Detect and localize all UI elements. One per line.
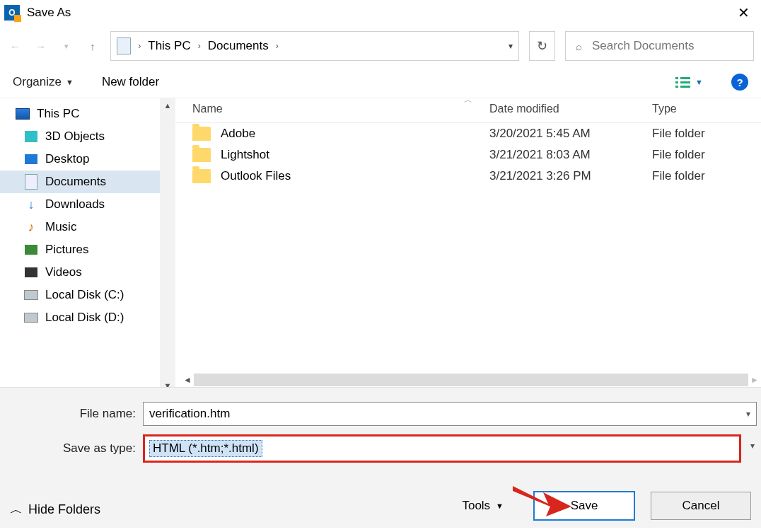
recent-dropdown[interactable]: ▾ xyxy=(59,37,75,55)
footer: File name: verification.htm ▾ Save as ty… xyxy=(0,387,761,528)
tree-3d-objects[interactable]: 3D Objects xyxy=(0,125,175,148)
chevron-right-icon: › xyxy=(138,41,141,51)
folder-icon xyxy=(192,169,211,183)
search-icon: ⌕ xyxy=(576,40,582,52)
search-input[interactable] xyxy=(591,38,743,54)
tree-this-pc[interactable]: This PC xyxy=(0,103,175,125)
new-folder-button[interactable]: New folder xyxy=(102,75,159,89)
tree-disk-d[interactable]: Local Disk (D:) xyxy=(0,306,175,329)
svg-rect-5 xyxy=(680,86,690,88)
tree-desktop[interactable]: Desktop xyxy=(0,148,175,170)
scroll-down-icon: ▼ xyxy=(164,381,172,387)
tree-music[interactable]: ♪Music xyxy=(0,216,175,238)
location-icon xyxy=(117,37,131,54)
file-modified: 3/21/2021 3:26 PM xyxy=(489,169,652,183)
download-icon: ↓ xyxy=(24,198,38,211)
dropdown-icon[interactable]: ▾ xyxy=(746,409,750,419)
svg-rect-3 xyxy=(680,77,690,79)
list-view-icon xyxy=(675,76,691,88)
file-type: File folder xyxy=(652,127,761,141)
body: This PC 3D Objects Desktop Documents ↓Do… xyxy=(0,98,761,387)
col-name[interactable]: Name xyxy=(175,103,489,115)
refresh-button[interactable]: ↻ xyxy=(529,31,555,61)
tools-menu[interactable]: Tools ▼ xyxy=(462,499,504,513)
svg-rect-1 xyxy=(675,81,678,83)
savetype-label: Save as type: xyxy=(0,441,143,456)
savetype-value: HTML (*.htm;*.html) xyxy=(149,440,262,457)
tree-pictures[interactable]: Pictures xyxy=(0,238,175,261)
chevron-right-icon: › xyxy=(198,41,201,51)
caret-down-icon: ▼ xyxy=(496,502,504,510)
dropdown-icon[interactable]: ▾ xyxy=(750,441,755,451)
caret-down-icon: ▼ xyxy=(695,78,703,86)
chevron-right-icon: › xyxy=(276,41,279,51)
col-type[interactable]: Type xyxy=(652,103,761,115)
filename-input[interactable]: verification.htm ▾ xyxy=(143,402,757,426)
organize-menu[interactable]: Organize ▼ xyxy=(13,75,74,89)
filename-label: File name: xyxy=(0,407,143,421)
col-modified[interactable]: Date modified xyxy=(489,103,652,115)
tree-downloads[interactable]: ↓Downloads xyxy=(0,193,175,216)
breadcrumb-current[interactable]: Documents xyxy=(208,39,269,53)
file-name: Outlook Files xyxy=(221,169,489,183)
hide-folders-button[interactable]: ︿ Hide Folders xyxy=(10,501,100,518)
horizontal-scrollbar[interactable]: ◄ ► xyxy=(181,373,761,387)
file-name: Adobe xyxy=(221,127,489,141)
sort-indicator-icon: ︿ xyxy=(464,94,472,106)
help-button[interactable]: ? xyxy=(731,74,748,91)
svg-rect-2 xyxy=(675,86,678,88)
chevron-up-icon: ︿ xyxy=(10,501,23,518)
close-icon[interactable]: ✕ xyxy=(731,4,757,21)
tree-scrollbar[interactable]: ▲▼ xyxy=(160,98,175,387)
up-button[interactable]: ↑ xyxy=(85,37,101,55)
file-row[interactable]: Lightshot3/21/2021 8:03 AMFile folder xyxy=(175,144,761,166)
forward-button[interactable]: → xyxy=(33,37,50,55)
caret-down-icon: ▼ xyxy=(66,78,74,86)
view-options-button[interactable]: ▼ xyxy=(675,76,703,88)
window-title: Save As xyxy=(27,6,71,20)
folder-icon xyxy=(192,127,211,141)
app-icon: O xyxy=(4,5,20,21)
back-button[interactable]: ← xyxy=(7,37,23,55)
svg-rect-4 xyxy=(680,81,690,83)
scroll-up-icon: ▲ xyxy=(164,101,172,110)
titlebar: O Save As ✕ xyxy=(0,0,761,25)
file-type: File folder xyxy=(652,169,761,183)
file-type: File folder xyxy=(652,148,761,162)
organize-label: Organize xyxy=(13,75,62,89)
savetype-combo[interactable]: HTML (*.htm;*.html) ▾ xyxy=(143,434,741,463)
nav-row: ← → ▾ ↑ › This PC › Documents › ▾ ↻ ⌕ xyxy=(0,25,761,66)
file-modified: 3/20/2021 5:45 AM xyxy=(489,127,652,141)
file-list: ︿ Name Date modified Type Adobe3/20/2021… xyxy=(175,98,761,387)
search-box[interactable]: ⌕ xyxy=(565,31,754,61)
address-dropdown-icon[interactable]: ▾ xyxy=(509,41,513,51)
scroll-right-icon: ► xyxy=(748,375,761,385)
toolbar: Organize ▼ New folder ▼ ? xyxy=(0,66,761,98)
music-icon: ♪ xyxy=(24,221,38,233)
tree-videos[interactable]: Videos xyxy=(0,261,175,284)
cancel-button[interactable]: Cancel xyxy=(651,492,751,520)
file-modified: 3/21/2021 8:03 AM xyxy=(489,148,652,162)
tree-disk-c[interactable]: Local Disk (C:) xyxy=(0,284,175,306)
breadcrumb-root[interactable]: This PC xyxy=(148,39,190,53)
tree-documents[interactable]: Documents xyxy=(0,170,175,193)
address-bar[interactable]: › This PC › Documents › ▾ xyxy=(110,31,519,61)
scroll-left-icon: ◄ xyxy=(181,375,194,385)
folder-icon xyxy=(192,148,211,162)
file-name: Lightshot xyxy=(221,148,489,162)
svg-rect-0 xyxy=(675,77,678,79)
file-row[interactable]: Outlook Files3/21/2021 3:26 PMFile folde… xyxy=(175,166,761,187)
nav-tree: This PC 3D Objects Desktop Documents ↓Do… xyxy=(0,98,175,387)
filename-value: verification.htm xyxy=(149,407,230,421)
save-button[interactable]: Save xyxy=(533,491,635,521)
file-row[interactable]: Adobe3/20/2021 5:45 AMFile folder xyxy=(175,123,761,144)
